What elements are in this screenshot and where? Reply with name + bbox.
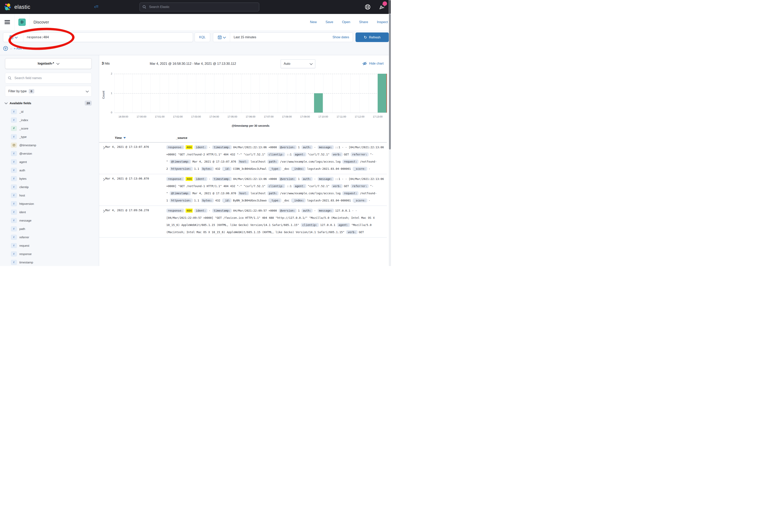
help-lifebuoy-icon[interactable] — [365, 4, 371, 10]
field-name: ident — [19, 211, 26, 214]
field-value-highlighted: 404 — [186, 145, 192, 149]
text-field-icon: t — [11, 201, 17, 206]
field-item-_id[interactable]: t_id — [0, 107, 99, 116]
field-key-pill: response: — [166, 208, 184, 213]
field-key-pill: ident: — [194, 177, 207, 181]
sort-desc-icon — [123, 137, 126, 139]
field-item-path[interactable]: tpath — [0, 225, 99, 233]
field-item-bytes[interactable]: tbytes — [0, 174, 99, 183]
field-value: 1.1 — [194, 167, 199, 170]
saved-query-icon — [9, 35, 13, 39]
field-item-message[interactable]: tmessage — [0, 216, 99, 225]
field-name: timestamp — [19, 261, 33, 264]
field-search-input[interactable] — [14, 76, 89, 80]
field-value: 04/Mar/2021:22:13:06 +0000 — [233, 177, 277, 181]
field-value: ::1 — [287, 153, 291, 156]
scrollbar-thumb[interactable] — [389, 14, 391, 149]
hits-number: 3 — [102, 61, 104, 65]
time-column-label: Time — [115, 136, 122, 140]
expand-row-button[interactable] — [99, 144, 105, 173]
field-search-box[interactable] — [5, 73, 92, 83]
field-value: localhost — [250, 160, 265, 163]
hits-label: hits — [105, 62, 110, 65]
x-axis-tick: 17:10:00 — [314, 115, 332, 118]
add-filter-link[interactable]: + Add filter — [14, 47, 29, 50]
nav-link-inspect[interactable]: Inspect — [377, 20, 388, 24]
field-item-referrer[interactable]: treferrer — [0, 233, 99, 241]
query-language-button[interactable]: KQL — [194, 33, 210, 42]
field-item-agent[interactable]: tagent — [0, 158, 99, 166]
index-pattern-select[interactable]: logstash-* — [5, 58, 92, 69]
row-source: response:404ident:-timestamp:04/Mar/2021… — [166, 175, 387, 204]
global-search-bar[interactable] — [140, 3, 259, 11]
text-field-icon: t — [11, 109, 17, 114]
field-item-response[interactable]: tresponse — [0, 250, 99, 258]
y-gridline — [114, 74, 387, 74]
field-item-@timestamp[interactable]: @timestamp — [0, 141, 99, 149]
field-name: _index — [19, 118, 28, 122]
field-value: GET — [344, 153, 349, 156]
available-fields-header[interactable]: Available fields 20 — [5, 101, 92, 106]
documents-table: Time _source Mar 4, 2021 @ 17:13:07.876r… — [99, 136, 387, 237]
field-key-pill: host: — [238, 191, 249, 195]
field-key-pill: _index: — [291, 198, 306, 202]
filter-circle-icon[interactable] — [3, 46, 8, 51]
x-axis-tick: 17:00:00 — [133, 115, 150, 118]
page-scrollbar[interactable] — [389, 0, 391, 266]
x-axis-title: @timestamp per 30 seconds — [114, 124, 387, 127]
field-item-_type[interactable]: t_type — [0, 132, 99, 141]
histogram-bar[interactable] — [378, 74, 387, 113]
show-dates-link[interactable]: Show dates — [332, 35, 349, 39]
nav-link-open[interactable]: Open — [342, 20, 350, 24]
field-item-host[interactable]: thost — [0, 191, 99, 199]
date-quick-select-button[interactable] — [213, 33, 230, 42]
time-range-value[interactable]: Last 15 minutes — [234, 35, 256, 39]
expand-row-button[interactable] — [99, 207, 105, 236]
nav-link-share[interactable]: Share — [359, 20, 368, 24]
nav-link-new[interactable]: New — [310, 20, 317, 24]
field-value: CCBN_3cB04dGovJLPawl — [233, 167, 266, 170]
y-axis-tick: 1 — [106, 92, 112, 94]
global-search-input[interactable] — [149, 5, 256, 9]
collapse-sidebar-button[interactable] — [94, 4, 99, 10]
field-key-pill: message: — [318, 177, 334, 181]
interval-select[interactable]: Auto — [281, 60, 315, 68]
query-input[interactable]: response:404 — [3, 33, 193, 42]
brand-wordmark: elastic — [14, 4, 30, 10]
nav-link-save[interactable]: Save — [325, 20, 333, 24]
field-value-highlighted: 404 — [186, 208, 192, 213]
field-item-httpversion[interactable]: thttpversion — [0, 199, 99, 208]
field-item-timestamp[interactable]: ttimestamp — [0, 258, 99, 266]
field-item-_index[interactable]: t_index — [0, 116, 99, 124]
column-header-time[interactable]: Time — [115, 136, 176, 140]
elastic-logo[interactable]: elastic — [4, 3, 30, 11]
field-value: /var/www/example.com/logs/access.log — [280, 160, 340, 163]
field-item-@version[interactable]: t@version — [0, 149, 99, 158]
row-time: Mar 4, 2021 @ 17:13:07.876 — [105, 144, 166, 173]
table-row: Mar 4, 2021 @ 17:13:07.876response:404id… — [99, 143, 387, 174]
histogram-bar[interactable] — [314, 93, 323, 113]
refresh-button[interactable]: ↻ Refresh — [356, 33, 389, 42]
menu-hamburger-button[interactable] — [0, 14, 15, 30]
field-item-auth[interactable]: tauth — [0, 166, 99, 174]
field-item-clientip[interactable]: tclientip — [0, 183, 99, 191]
field-key-pill: httpversion: — [170, 167, 192, 171]
date-picker: Last 15 minutes Show dates — [213, 33, 353, 42]
field-name: message — [19, 219, 32, 222]
field-item-ident[interactable]: tident — [0, 208, 99, 216]
field-value: - — [209, 177, 210, 181]
field-key-pill: _id: — [222, 167, 232, 171]
expand-row-button[interactable] — [99, 175, 105, 204]
filter-by-type-dropdown[interactable]: Filter by type 0 — [5, 86, 92, 97]
query-text[interactable]: response:404 — [23, 35, 49, 39]
field-value: - — [209, 146, 210, 149]
field-value: - — [369, 199, 370, 202]
field-item-_score[interactable]: #_score — [0, 124, 99, 132]
saved-query-menu-button[interactable] — [3, 33, 23, 42]
text-field-icon: t — [11, 118, 17, 122]
discover-app-badge[interactable]: D — [19, 18, 26, 26]
field-name: auth — [19, 168, 25, 172]
field-item-request[interactable]: trequest — [0, 241, 99, 250]
field-key-pill: referrer: — [351, 184, 369, 188]
hide-chart-button[interactable]: Hide chart — [362, 61, 384, 66]
